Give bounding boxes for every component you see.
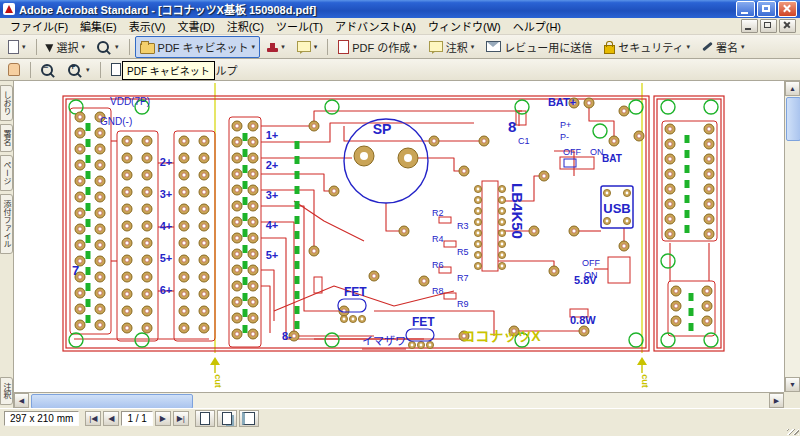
page-view-buttons [195, 410, 259, 427]
label-m8: 8- [282, 330, 292, 342]
label-fet2: FET [412, 315, 435, 329]
resize-grip[interactable] [787, 429, 799, 435]
sidebar-tab-comments[interactable]: 注釈 [0, 377, 13, 405]
chevron-down-icon: ▾ [22, 43, 26, 50]
lock-icon [604, 45, 615, 54]
menu-bar: ファイル(F) 編集(E) 表示(V) 文書(D) 注釈(C) ツール(T) ア… [0, 18, 800, 35]
chevron-down-icon: ▾ [252, 43, 256, 50]
main-toolbar: ▾ 選択 ▾ ▾ PDF キャビネット ▾ ▾ ▾ PDF の作成 ▾ 注釈 ▾… [0, 35, 800, 59]
continuous-view-button[interactable] [217, 410, 237, 427]
menu-advanced[interactable]: アドバンスト(A) [329, 17, 422, 35]
label-r7: R7 [457, 273, 469, 283]
document-page: VDD(7P) GND(-) 7 2+ 3+ 4+ 5+ 6+ 1+ 2+ 3+… [14, 81, 784, 392]
cabinet-folder-icon [140, 43, 155, 54]
pdf-cabinet-button[interactable]: PDF キャビネット ▾ [135, 36, 261, 58]
sidebar-tab-signatures[interactable]: 署名 [0, 124, 13, 152]
menu-comments[interactable]: 注釈(C) [221, 17, 270, 35]
sign-button[interactable]: 署名 ▾ [697, 36, 750, 58]
zoom-out-button[interactable] [36, 61, 61, 79]
sign-label: 署名 [716, 39, 738, 55]
scroll-left-button[interactable]: ◀ [14, 393, 29, 408]
pcb-drawing: VDD(7P) GND(-) 7 2+ 3+ 4+ 5+ 6+ 1+ 2+ 3+… [14, 81, 784, 392]
label-conn7: 7 [72, 263, 79, 278]
label-r5: R5 [457, 247, 469, 257]
label-c1: C1 [518, 136, 530, 146]
select-tool-button[interactable]: 選択 ▾ [42, 36, 91, 58]
chevron-down-icon: ▾ [741, 43, 745, 50]
secondary-toolbar: ▾ ヘルプ [0, 59, 800, 81]
stamp-icon [267, 48, 278, 52]
label-m4: 4+ [266, 219, 279, 231]
menu-view[interactable]: 表示(V) [123, 17, 172, 35]
label-watt: 0.8W [570, 314, 596, 326]
menu-document[interactable]: 文書(D) [171, 17, 220, 35]
scroll-down-button[interactable]: ▼ [785, 377, 800, 392]
menu-window[interactable]: ウィンドウ(W) [422, 17, 507, 35]
menu-file[interactable]: ファイル(F) [4, 17, 74, 35]
sidebar-tab-pages[interactable]: ページ [0, 155, 13, 191]
label-r9: R9 [457, 299, 469, 309]
create-pdf-button[interactable]: PDF の作成 ▾ [333, 36, 422, 58]
label-fet1: FET [344, 285, 367, 299]
label-m5: 5+ [266, 249, 279, 261]
comment-button[interactable]: 注釈 ▾ [424, 36, 480, 58]
security-button[interactable]: セキュリティ ▾ [599, 36, 695, 58]
label-off1: OFF [563, 147, 581, 157]
close-button[interactable] [778, 1, 797, 17]
single-page-view-button[interactable] [195, 410, 215, 427]
vertical-scroll-thumb[interactable] [786, 97, 800, 141]
acrobat-app-icon [3, 3, 15, 15]
navigation-tab-strip: しおり 署名 ページ 添付ファイル 注釈 [0, 81, 14, 408]
hand-tool-button[interactable] [3, 60, 25, 79]
note-tool-button[interactable]: ▾ [292, 38, 323, 55]
label-vdd: VDD(7P) [110, 96, 150, 107]
maximize-button[interactable] [757, 1, 776, 17]
facing-view-button[interactable] [239, 410, 259, 427]
label-3plus: 3+ [160, 188, 173, 200]
window-frame-bottom [0, 428, 800, 436]
previous-page-button[interactable]: ◀ [103, 411, 119, 426]
label-gnd: GND(-) [100, 116, 132, 127]
zoom-in-button[interactable]: ▾ [63, 61, 95, 79]
scrollbar-corner [784, 392, 800, 408]
minimize-button[interactable] [736, 1, 755, 17]
zoom-out-icon [41, 64, 53, 76]
vertical-scrollbar[interactable]: ▲ ▼ [784, 81, 800, 392]
stamp-tool-button[interactable]: ▾ [262, 39, 290, 55]
chevron-down-icon: ▾ [281, 43, 285, 50]
send-for-review-button[interactable]: レビュー用に送信 [481, 36, 597, 58]
page-navigation: |◀ ◀ 1 / 1 ▶ ▶| [85, 411, 188, 426]
next-page-button[interactable]: ▶ [155, 411, 171, 426]
label-4plus: 4+ [160, 220, 173, 232]
label-imazawa: イマザワ [362, 335, 406, 347]
label-m1: 1+ [266, 129, 279, 141]
label-2plus: 2+ [160, 156, 173, 168]
scroll-right-button[interactable]: ▶ [769, 393, 784, 408]
menu-tools[interactable]: ツール(T) [270, 17, 329, 35]
horizontal-scrollbar[interactable]: ◀ ▶ [14, 392, 784, 408]
magnifier-icon [97, 41, 109, 53]
sidebar-tab-bookmarks[interactable]: しおり [0, 85, 13, 121]
horizontal-scroll-thumb[interactable] [31, 394, 193, 409]
menu-edit[interactable]: 編集(E) [74, 17, 123, 35]
last-page-button[interactable]: ▶| [173, 411, 189, 426]
hand-icon [8, 63, 20, 76]
label-r2: R2 [432, 208, 444, 218]
doc-minimize-button[interactable] [741, 19, 758, 33]
label-5plus: 5+ [160, 252, 173, 264]
first-page-button[interactable]: |◀ [85, 411, 101, 426]
doc-close-button[interactable] [779, 19, 796, 33]
label-coconut: ココナッツX [461, 328, 541, 344]
label-r6: R6 [432, 260, 444, 270]
doc-restore-button[interactable] [760, 19, 777, 33]
sidebar-tab-attachments[interactable]: 添付ファイル [0, 194, 13, 254]
pen-icon [702, 42, 712, 51]
zoom-tool-button[interactable]: ▾ [92, 38, 124, 56]
menu-help[interactable]: ヘルプ(H) [507, 17, 567, 35]
page-number-field[interactable]: 1 / 1 [121, 411, 152, 426]
single-page-icon [200, 412, 210, 425]
label-usb: USB [603, 201, 630, 216]
pdf-document-icon [338, 40, 349, 54]
create-pdf-shortcut-button[interactable]: ▾ [3, 37, 31, 57]
scroll-up-button[interactable]: ▲ [785, 81, 800, 96]
